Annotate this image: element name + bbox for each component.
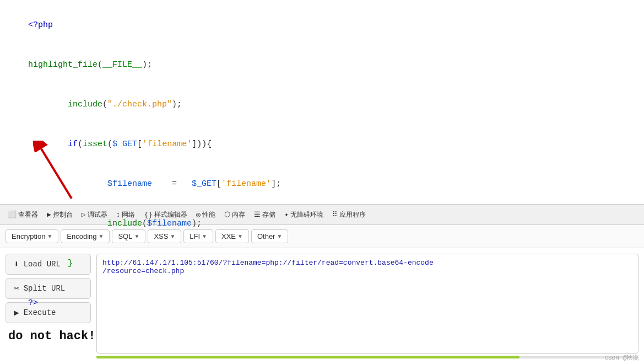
progress-bar-container bbox=[96, 356, 638, 358]
code-area: <?php highlight_file(__FILE__); include(… bbox=[0, 0, 644, 204]
code-line-7: } bbox=[8, 244, 636, 283]
code-line-8: ?> bbox=[8, 283, 636, 323]
code-line-1: <?php bbox=[8, 6, 636, 45]
do-not-hack-text: do not hack! bbox=[8, 326, 636, 346]
code-line-5: $filename = $_GET['filename']; bbox=[8, 164, 636, 204]
red-arrow bbox=[33, 141, 99, 201]
progress-bar-fill bbox=[96, 356, 519, 358]
csdn-watermark: CSDN @秋说 bbox=[604, 354, 638, 362]
code-line-6: include($filename); bbox=[8, 204, 636, 244]
code-line-4: if(isset($_GET['filename'])){ bbox=[8, 125, 636, 164]
code-line-2: highlight_file(__FILE__); bbox=[8, 45, 636, 85]
svg-line-1 bbox=[41, 149, 72, 199]
code-line-3: include("./check.php"); bbox=[8, 85, 636, 125]
